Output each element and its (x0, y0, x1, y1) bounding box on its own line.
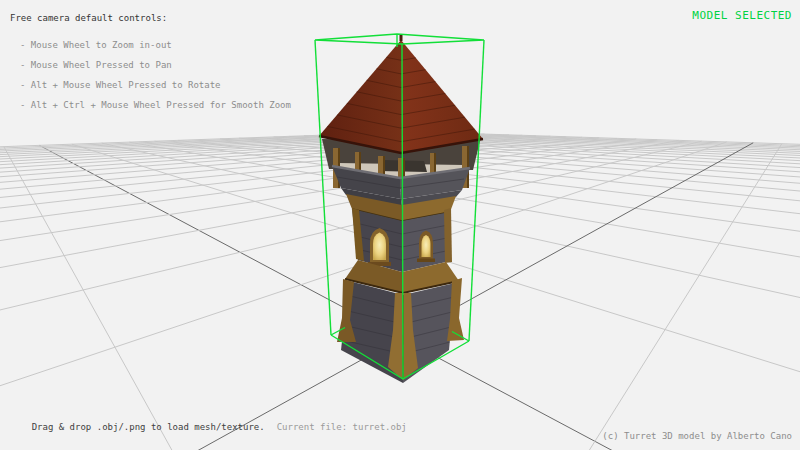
controls-help-item: - Alt + Mouse Wheel Pressed to Rotate (20, 81, 220, 90)
grid-line (0, 138, 599, 396)
grid-line (0, 139, 636, 450)
controls-help-item: - Alt + Ctrl + Mouse Wheel Pressed for S… (20, 101, 291, 110)
controls-help-item: - Mouse Wheel to Zoom in-out (20, 41, 172, 50)
turret-model[interactable] (319, 34, 483, 383)
controls-help-title: Free camera default controls: (10, 14, 167, 23)
controls-help-item: - Mouse Wheel Pressed to Pan (20, 61, 172, 70)
base (337, 278, 464, 383)
grid-line (129, 142, 800, 450)
selection-status-label: MODEL SELECTED (692, 10, 792, 21)
drop-hint-bar: Drag & drop .obj/.png to load mesh/textu… (10, 414, 407, 441)
grid-line (0, 137, 582, 368)
model-viewer-window: Free camera default controls: - Mouse Wh… (0, 0, 800, 450)
grid-line (200, 140, 800, 404)
roof-finial (400, 34, 403, 41)
roof (319, 34, 483, 153)
drop-hint-text: Drag & drop .obj/.png to load mesh/textu… (32, 422, 265, 432)
model-credit: (c) Turret 3D model by Alberto Cano (602, 432, 792, 441)
current-file-label: Current file: turret.obj (277, 422, 407, 432)
